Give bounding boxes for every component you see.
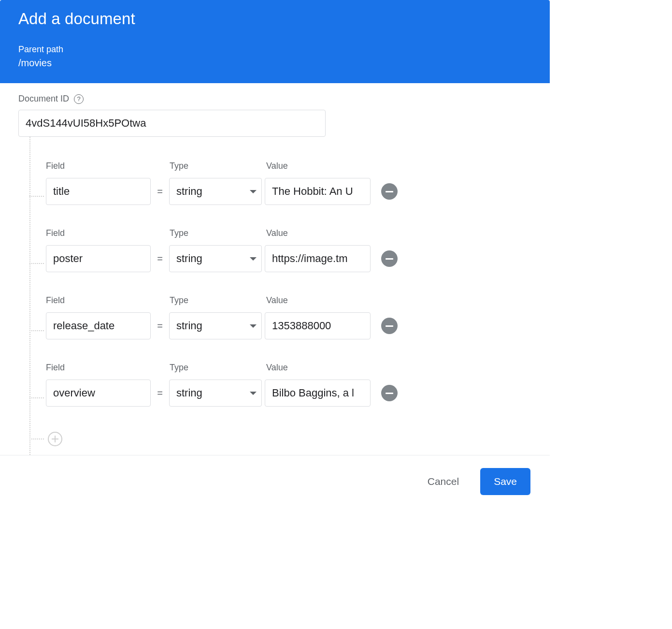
- add-field-row: [29, 407, 531, 436]
- field-name-input[interactable]: [46, 380, 151, 407]
- add-field-button[interactable]: [48, 432, 62, 446]
- type-select[interactable]: string: [169, 178, 262, 205]
- minus-icon: [386, 325, 393, 327]
- type-select-value: string: [176, 387, 202, 399]
- document-id-label-row: Document ID ?: [18, 94, 531, 104]
- fields-tree: Field Type Value = string: [29, 137, 531, 455]
- field-value-input[interactable]: [265, 312, 371, 339]
- minus-icon: [386, 258, 393, 260]
- type-select[interactable]: string: [169, 245, 262, 272]
- equals-sign: =: [151, 388, 169, 399]
- parent-path-label: Parent path: [18, 44, 531, 55]
- remove-field-button[interactable]: [381, 183, 398, 200]
- value-label: Value: [266, 161, 372, 171]
- remove-field-button[interactable]: [381, 385, 398, 401]
- value-label: Value: [266, 363, 372, 373]
- cancel-button[interactable]: Cancel: [426, 472, 461, 491]
- field-label: Field: [46, 363, 170, 373]
- type-label: Type: [170, 228, 266, 238]
- document-id-label: Document ID: [18, 94, 69, 104]
- field-row: Field Type Value = string: [29, 205, 531, 272]
- type-label: Type: [170, 363, 266, 373]
- type-select-value: string: [176, 252, 202, 265]
- save-button[interactable]: Save: [480, 468, 530, 495]
- chevron-down-icon: [250, 190, 257, 193]
- field-value-input[interactable]: [265, 178, 371, 205]
- field-name-input[interactable]: [46, 178, 151, 205]
- type-label: Type: [170, 161, 266, 171]
- field-value-input[interactable]: [265, 380, 371, 407]
- equals-sign: =: [151, 321, 169, 332]
- field-row: Field Type Value = string: [29, 272, 531, 339]
- type-select[interactable]: string: [169, 380, 262, 407]
- add-document-dialog: Add a document Parent path /movies Docum…: [0, 0, 550, 511]
- dialog-footer: Cancel Save: [0, 455, 550, 511]
- field-row: Field Type Value = string: [29, 339, 531, 407]
- equals-sign: =: [151, 186, 169, 197]
- help-icon[interactable]: ?: [74, 94, 84, 104]
- document-id-input[interactable]: [18, 110, 326, 137]
- equals-sign: =: [151, 253, 169, 264]
- dialog-body: Document ID ? Field Type Value = string: [0, 83, 550, 455]
- field-label: Field: [46, 295, 170, 306]
- type-select-value: string: [176, 185, 202, 198]
- value-label: Value: [266, 228, 372, 238]
- value-label: Value: [266, 295, 372, 306]
- type-select-value: string: [176, 320, 202, 332]
- chevron-down-icon: [250, 257, 257, 261]
- field-value-input[interactable]: [265, 245, 371, 272]
- field-name-input[interactable]: [46, 312, 151, 339]
- type-select[interactable]: string: [169, 312, 262, 339]
- minus-icon: [386, 191, 393, 192]
- field-label: Field: [46, 161, 170, 171]
- field-row: Field Type Value = string: [29, 138, 531, 205]
- chevron-down-icon: [250, 392, 257, 395]
- field-name-input[interactable]: [46, 245, 151, 272]
- field-label: Field: [46, 228, 170, 238]
- remove-field-button[interactable]: [381, 318, 398, 334]
- type-label: Type: [170, 295, 266, 306]
- dialog-title: Add a document: [18, 10, 531, 28]
- dialog-header: Add a document Parent path /movies: [0, 0, 550, 83]
- chevron-down-icon: [250, 324, 257, 328]
- minus-icon: [386, 393, 393, 394]
- remove-field-button[interactable]: [381, 250, 398, 267]
- parent-path-value: /movies: [18, 58, 531, 69]
